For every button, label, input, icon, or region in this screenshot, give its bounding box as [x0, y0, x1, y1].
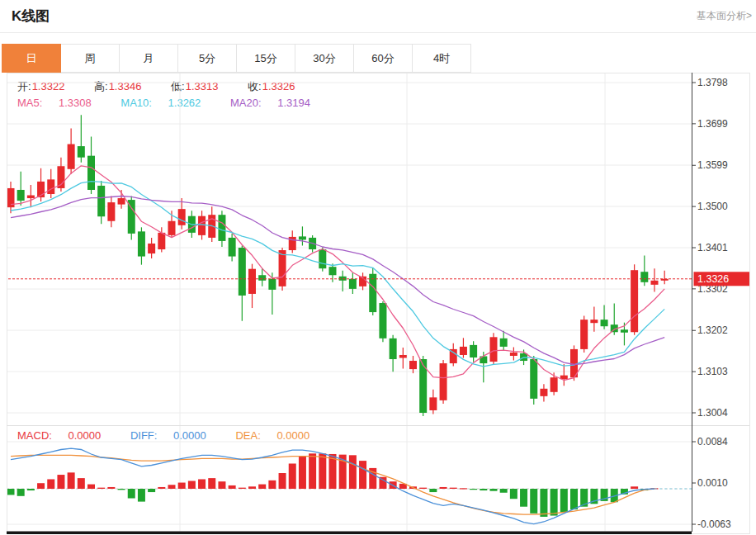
tab-4hour[interactable]: 4时 [413, 44, 471, 73]
candle-body [148, 244, 155, 253]
candle-body [299, 236, 306, 239]
candle-body [87, 156, 95, 190]
macd-hist-bar [168, 485, 176, 489]
macd-hist-bar [359, 461, 366, 489]
macd-hist-bar [107, 487, 115, 489]
candle-body [218, 215, 225, 241]
candle-body [319, 249, 326, 268]
tab-5min[interactable]: 5分 [178, 44, 237, 73]
candle-body [601, 320, 608, 326]
macd-axis-label: 0.0084 [697, 436, 728, 447]
candle-body [17, 190, 25, 201]
candle-body [248, 269, 256, 294]
macd-panel[interactable] [7, 448, 692, 524]
candle-body [490, 337, 498, 362]
macd-hist-bar [188, 481, 196, 489]
macd-hist-bar [510, 489, 517, 499]
macd-axis-label: -0.0063 [697, 518, 731, 530]
candle-body [550, 377, 558, 392]
macd-hist-bar [37, 483, 45, 489]
macd-hist-bar [87, 485, 95, 489]
kline-chart[interactable]: 1.37981.36991.35991.35001.34011.33021.32… [0, 73, 756, 535]
macd-hist-bar [148, 489, 155, 492]
macd-hist-bar [480, 489, 487, 490]
macd-hist-bar [289, 463, 296, 489]
candle-body [27, 196, 35, 199]
macd-hist-bar [419, 488, 427, 489]
candle-body [379, 303, 386, 339]
macd-hist-bar [138, 489, 145, 502]
price-axis: 1.37981.36991.35991.35001.34011.33021.32… [692, 73, 732, 532]
macd-hist-bar [279, 473, 286, 489]
macd-hist-bar [309, 453, 316, 489]
macd-hist-bar [178, 483, 186, 489]
price-axis-label: 1.3500 [697, 201, 728, 212]
macd-hist-bar [68, 472, 75, 489]
macd-hist-bar [349, 455, 357, 489]
candle-body [107, 202, 115, 221]
macd-hist-bar [78, 478, 85, 489]
macd-hist-bar [490, 489, 498, 491]
candle-body [640, 272, 648, 282]
title-divider [0, 32, 756, 33]
macd-hist-bar [470, 489, 477, 490]
price-axis-label: 1.3202 [697, 324, 728, 336]
macd-hist-bar [239, 488, 246, 489]
panel-borders [7, 73, 750, 534]
page-title: K线图 [12, 7, 50, 26]
tab-day[interactable]: 日 [2, 44, 61, 73]
candle-body [178, 209, 186, 225]
candle-body [540, 389, 547, 396]
candle-body [349, 279, 357, 289]
candle-body [158, 233, 165, 249]
macd-hist-bar [540, 489, 547, 517]
candle-body [651, 281, 659, 285]
price-axis-label: 1.3103 [697, 366, 728, 377]
candle-body [78, 146, 85, 158]
candle-body [97, 186, 105, 216]
macd-hist-bar [550, 489, 558, 516]
candle-body [138, 231, 145, 256]
candle-body [390, 339, 397, 359]
macd-hist-bar [208, 478, 215, 489]
macd-hist-bar [268, 481, 276, 489]
macd-axis-label: 0.0010 [697, 477, 728, 489]
candle-body [470, 345, 477, 357]
candle-body [500, 339, 508, 347]
macd-hist-bar [97, 488, 105, 489]
price-axis-label: 1.3599 [697, 159, 728, 171]
candle-body [631, 270, 638, 332]
macd-hist-bar [520, 489, 527, 507]
candle-body [279, 250, 286, 286]
price-axis-label: 1.3699 [697, 118, 728, 130]
candle-body [118, 198, 125, 205]
tab-month[interactable]: 月 [120, 44, 178, 73]
tab-60min[interactable]: 60分 [354, 44, 413, 73]
tab-15min[interactable]: 15分 [237, 44, 295, 73]
macd-hist-bar [158, 487, 165, 489]
macd-hist-bar [530, 489, 537, 514]
macd-hist-bar [118, 489, 125, 490]
tab-week[interactable]: 周 [61, 44, 120, 73]
macd-hist-bar [198, 479, 206, 489]
macd-hist-bar [128, 489, 135, 499]
ma5-line [11, 166, 664, 381]
macd-hist-bar [500, 489, 508, 493]
tab-30min[interactable]: 30分 [295, 44, 354, 73]
candle-body [198, 216, 206, 235]
macd-hist-bar [450, 488, 457, 489]
candle-body [590, 320, 598, 323]
candle-body [460, 347, 467, 355]
macd-hist-bar [7, 489, 15, 495]
macd-hist-bar [440, 487, 447, 489]
fundamental-analysis-link[interactable]: 基本面分析> [697, 9, 752, 23]
candlestick-series[interactable] [7, 115, 669, 416]
candle-body [229, 238, 236, 257]
macd-hist-bar [460, 488, 467, 489]
bottom-scroll-bar[interactable] [7, 532, 692, 535]
macd-hist-bar [248, 486, 256, 489]
candle-body [339, 277, 347, 281]
candle-body [409, 361, 417, 369]
ma20-line [11, 196, 664, 365]
price-axis-label: 1.3004 [697, 407, 728, 419]
